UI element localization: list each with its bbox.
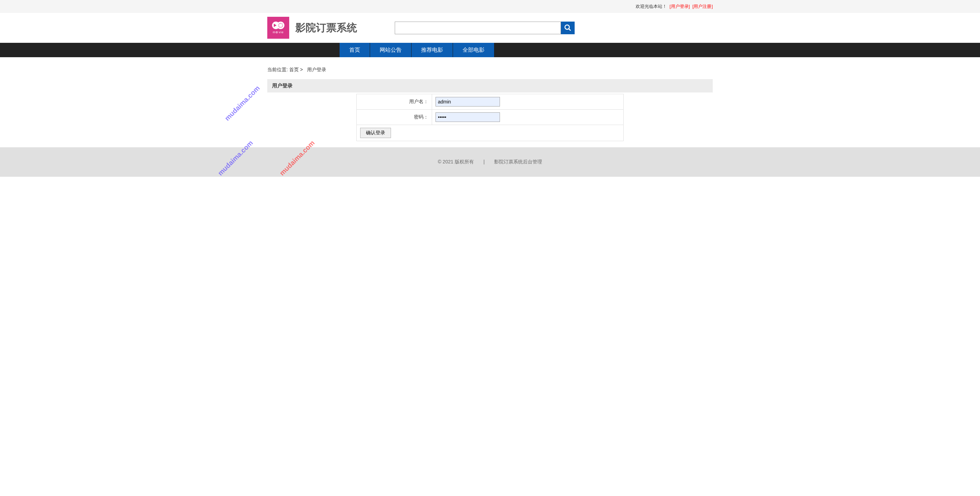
nav-recommended[interactable]: 推荐电影 [412,43,453,57]
panel-title: 用户登录 [267,79,713,92]
breadcrumb: 当前位置: 首页 > 用户登录 [267,57,713,79]
username-input[interactable] [436,97,500,107]
login-form: 用户名： 密码： 确认登录 [356,94,624,141]
svg-point-0 [565,25,570,29]
svg-line-1 [569,29,571,31]
logo-text: m⊛vie [273,30,284,34]
site-title: 影院订票系统 [295,21,357,35]
nav-announcements[interactable]: 网站公告 [370,43,412,57]
breadcrumb-home[interactable]: 首页 [289,67,299,72]
welcome-text: 欢迎光临本站！ [636,4,667,9]
top-bar: 欢迎光临本站！ [用户登录] [用户注册] [0,0,980,13]
register-link[interactable]: [用户注册] [692,4,713,9]
submit-button[interactable]: 确认登录 [360,128,391,138]
breadcrumb-sep: > [300,67,303,72]
footer-divider: | [484,159,485,164]
nav-home[interactable]: 首页 [340,43,370,57]
password-label: 密码： [357,110,432,125]
copyright-text: © 2021 版权所有 [438,159,474,164]
search-box [395,22,574,34]
logo-icon [274,22,283,29]
breadcrumb-current: 用户登录 [307,67,326,72]
footer: © 2021 版权所有 | 影院订票系统后台管理 [0,147,980,177]
login-link[interactable]: [用户登录] [670,4,690,9]
watermark: mudaima.com [223,84,261,122]
search-icon [564,24,571,32]
search-button[interactable] [561,22,574,34]
password-input[interactable] [436,112,500,122]
header: m⊛vie 影院订票系统 [0,13,980,43]
search-input[interactable] [395,22,561,34]
breadcrumb-prefix: 当前位置: [267,67,288,72]
main-nav: 首页 网站公告 推荐电影 全部电影 [0,43,980,57]
logo[interactable]: m⊛vie [267,17,289,39]
username-label: 用户名： [357,94,432,110]
admin-link[interactable]: 影院订票系统后台管理 [494,159,542,164]
nav-all-movies[interactable]: 全部电影 [453,43,495,57]
